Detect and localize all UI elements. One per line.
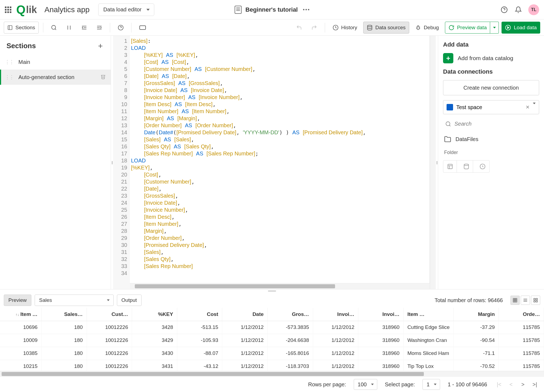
connection-search-input[interactable] xyxy=(454,121,537,127)
preview-data-dropdown[interactable] xyxy=(490,22,499,34)
grid-view-icon[interactable] xyxy=(531,296,540,305)
column-header[interactable]: Margin xyxy=(454,308,499,321)
rows-per-page-select[interactable]: 100 xyxy=(354,379,377,390)
drag-handle-icon[interactable]: ⋮⋮ xyxy=(5,59,14,65)
sidebar-title: Sections xyxy=(6,42,36,50)
debug-button[interactable]: Debug xyxy=(412,22,442,34)
insert-script-icon[interactable] xyxy=(460,161,473,172)
connection-item-datafiles[interactable]: DataFiles xyxy=(443,133,539,145)
add-data-title: Add data xyxy=(443,41,539,48)
avatar[interactable]: TL xyxy=(528,4,539,15)
sections-toggle-button[interactable]: Sections xyxy=(4,22,39,34)
comment-button[interactable] xyxy=(63,22,75,34)
space-selector[interactable]: Test space ✕ xyxy=(443,100,539,114)
column-header[interactable]: Cost xyxy=(177,308,222,321)
column-header[interactable]: Orde… xyxy=(499,308,544,321)
svg-point-33 xyxy=(464,164,468,166)
add-from-catalog-button[interactable]: + Add from data catalog xyxy=(443,53,539,63)
table-view-icon[interactable] xyxy=(510,296,520,305)
app-launcher-icon[interactable] xyxy=(5,6,11,13)
tag-button[interactable] xyxy=(136,22,149,34)
search-button[interactable] xyxy=(48,22,60,34)
connection-tools xyxy=(443,160,490,173)
debug-label: Debug xyxy=(424,25,439,31)
view-selector-label: Data load editor xyxy=(103,6,142,13)
help-toolbar-button[interactable] xyxy=(114,22,127,34)
search-icon xyxy=(445,121,451,127)
delete-section-icon[interactable] xyxy=(100,74,106,81)
app-name: Analytics app xyxy=(44,5,90,14)
table-selector-label: Sales xyxy=(39,297,52,303)
folder-type-label: Folder xyxy=(443,150,539,155)
notifications-icon[interactable] xyxy=(514,6,522,14)
connection-label: DataFiles xyxy=(455,136,478,142)
column-header[interactable]: Invoi… xyxy=(358,308,404,321)
scrollbar-thumb[interactable] xyxy=(135,284,335,288)
column-header[interactable]: Item … xyxy=(404,308,454,321)
column-header[interactable]: Cust… xyxy=(87,308,132,321)
column-header[interactable]: Invoi… xyxy=(313,308,358,321)
preview-data-label: Preview data xyxy=(457,25,487,31)
svg-rect-45 xyxy=(534,301,535,302)
load-data-button[interactable]: Load data xyxy=(502,22,540,34)
rows-per-page-label: Rows per page: xyxy=(308,381,346,388)
section-item-label: Main xyxy=(18,59,30,65)
editor-vertical-scrollbar[interactable] xyxy=(430,36,436,289)
section-item-label: Auto-generated section xyxy=(18,74,74,80)
right-panel-resize-handle[interactable] xyxy=(436,36,438,289)
column-header[interactable]: ↑↓Item … xyxy=(0,308,41,321)
select-data-icon[interactable] xyxy=(443,161,457,172)
more-options-icon[interactable] xyxy=(303,9,309,10)
table-row[interactable]: 10385180100122263430-88.071/12/2012-165.… xyxy=(0,347,544,360)
chevron-down-icon[interactable] xyxy=(533,104,536,110)
outdent-button[interactable] xyxy=(78,22,90,34)
table-selector[interactable]: Sales xyxy=(35,295,114,306)
output-tab[interactable]: Output xyxy=(117,295,142,306)
indent-button[interactable] xyxy=(93,22,106,34)
first-page-button[interactable]: |< xyxy=(495,380,503,389)
data-sources-button[interactable]: Data sources xyxy=(363,22,409,34)
table-row[interactable]: 10009180100122263429-105.931/12/2012-204… xyxy=(0,334,544,347)
sidebar-resize-handle[interactable] xyxy=(111,36,113,289)
preview-data-button[interactable]: Preview data xyxy=(445,22,490,34)
section-item-auto[interactable]: ⋮⋮ Auto-generated section xyxy=(0,70,111,85)
load-data-label: Load data xyxy=(514,25,537,31)
document-icon xyxy=(235,6,242,14)
scrollbar-thumb[interactable] xyxy=(2,372,424,376)
column-header[interactable]: Gros… xyxy=(268,308,313,321)
list-view-icon[interactable] xyxy=(521,296,530,305)
document-title: Beginner's tutorial xyxy=(245,6,298,13)
svg-point-28 xyxy=(446,122,450,126)
add-section-button[interactable]: + xyxy=(97,42,104,50)
history-button[interactable]: History xyxy=(329,22,361,34)
section-item-main[interactable]: ⋮⋮ Main xyxy=(0,54,111,70)
table-horizontal-scrollbar[interactable] xyxy=(0,371,544,377)
last-page-button[interactable]: >| xyxy=(530,380,539,389)
select-page-select[interactable]: 1 xyxy=(422,379,440,390)
create-connection-button[interactable]: Create new connection xyxy=(443,80,539,95)
code-editor[interactable]: [Sales]: LOAD [%KEY] AS [%KEY], [Cost] A… xyxy=(130,36,430,289)
table-row[interactable]: 10696180100122263428-513.151/12/2012-573… xyxy=(0,321,544,334)
preview-tab[interactable]: Preview xyxy=(4,295,31,306)
separator xyxy=(325,23,325,32)
column-header[interactable]: Date xyxy=(222,308,268,321)
plus-icon: + xyxy=(443,53,453,63)
help-icon[interactable] xyxy=(500,6,508,14)
edit-connection-icon[interactable] xyxy=(476,161,489,172)
separator xyxy=(110,23,110,32)
table-row[interactable]: 10215180100122263431-43.121/12/2012-118.… xyxy=(0,360,544,371)
preview-splitter[interactable] xyxy=(0,289,544,293)
preview-table: ↑↓Item …Sales…Cust…%KEYCostDateGros…Invo… xyxy=(0,308,544,371)
drag-handle-icon[interactable]: ⋮⋮ xyxy=(5,74,14,80)
undo-button[interactable] xyxy=(293,22,305,34)
view-selector[interactable]: Data load editor xyxy=(98,4,154,16)
editor-horizontal-scrollbar[interactable] xyxy=(130,283,430,289)
prev-page-button[interactable]: < xyxy=(507,380,515,389)
svg-rect-35 xyxy=(513,298,517,302)
redo-button[interactable] xyxy=(308,22,320,34)
next-page-button[interactable]: > xyxy=(519,380,527,389)
clear-space-icon[interactable]: ✕ xyxy=(526,104,530,110)
column-header[interactable]: %KEY xyxy=(132,308,177,321)
space-label: Test space xyxy=(456,104,482,110)
column-header[interactable]: Sales… xyxy=(41,308,87,321)
